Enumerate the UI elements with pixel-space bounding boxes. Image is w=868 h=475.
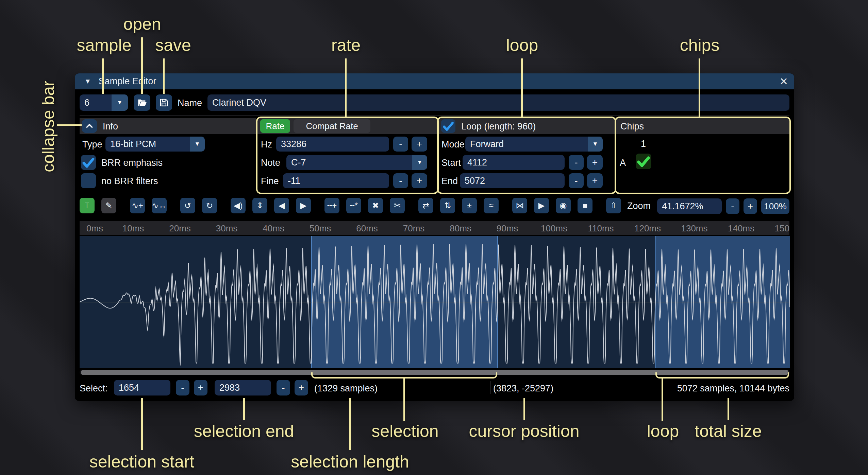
- waveform-view[interactable]: [80, 236, 790, 368]
- import-button[interactable]: ⇧: [606, 198, 621, 213]
- rate-badge[interactable]: Rate: [260, 119, 290, 133]
- no-brr-filters-checkbox[interactable]: [81, 173, 96, 188]
- sample-selector[interactable]: 6 ▼: [80, 94, 128, 111]
- undo-button[interactable]: ↺: [180, 198, 195, 213]
- timeline[interactable]: 0ms10ms20ms30ms40ms50ms60ms70ms80ms90ms1…: [80, 221, 789, 235]
- fine-minus-button[interactable]: -: [393, 173, 408, 188]
- hz-plus-button[interactable]: +: [412, 137, 427, 152]
- insert-silence-button[interactable]: ╌+: [324, 198, 339, 213]
- selection-end-minus-button[interactable]: -: [277, 380, 290, 395]
- fine-label: Fine: [261, 176, 279, 187]
- annotation-selection-length: selection length: [291, 452, 409, 472]
- window-collapse-icon[interactable]: ▼: [84, 77, 91, 85]
- zoom-out-button[interactable]: -: [726, 198, 739, 214]
- annotation-total-size: total size: [695, 421, 762, 441]
- type-select[interactable]: 16-bit PCM ▼: [105, 137, 205, 152]
- check-icon: [81, 155, 96, 170]
- normalize-button[interactable]: ⇕: [252, 198, 267, 213]
- annotation-line-cursor-position: [523, 398, 525, 420]
- no-brr-filters-label: no BRR filters: [101, 176, 158, 187]
- rate-tab-compat[interactable]: Compat Rate: [294, 119, 370, 133]
- crossfade-button[interactable]: ⋈: [512, 198, 527, 213]
- fade-in-button[interactable]: ◀: [274, 198, 289, 213]
- chevron-down-icon[interactable]: ▼: [588, 137, 603, 152]
- save-button[interactable]: [156, 94, 172, 111]
- toolbar-icon: ≈: [489, 201, 493, 210]
- open-button[interactable]: [134, 94, 150, 111]
- redo-button[interactable]: ↻: [202, 198, 217, 213]
- apply-filter-button[interactable]: ≈: [484, 198, 499, 213]
- zoom-reset-button[interactable]: 100%: [761, 198, 789, 214]
- preview-loop-button[interactable]: ◉: [556, 198, 571, 213]
- timeline-label: 130ms: [681, 223, 707, 234]
- annotation-line-loop-bottom: [662, 378, 663, 421]
- hz-minus-button[interactable]: -: [393, 137, 408, 152]
- loop-mode-select[interactable]: Forward ▼: [465, 137, 603, 152]
- zoom-input[interactable]: 41.1672%: [657, 198, 722, 214]
- loop-start-input[interactable]: 4112: [463, 155, 565, 170]
- timeline-label: 80ms: [450, 223, 471, 234]
- chevron-down-icon[interactable]: ▼: [112, 94, 128, 111]
- reverse-button[interactable]: ⇄: [418, 198, 433, 213]
- separator: [80, 116, 789, 116]
- sample-selector-value: 6: [84, 98, 89, 108]
- annotation-collapse-bar: collapse bar: [38, 81, 58, 172]
- annotation-selection-end: selection end: [194, 421, 294, 441]
- name-label: Name: [178, 98, 202, 108]
- toolbar-icon: ◀: [279, 201, 285, 210]
- waveform-canvas[interactable]: [80, 236, 790, 368]
- resample-button[interactable]: ∿↔: [152, 198, 167, 213]
- loop-start-plus-button[interactable]: +: [587, 155, 603, 170]
- draw-mode-button[interactable]: ✎: [101, 198, 116, 213]
- selection-start-value: 1654: [119, 383, 139, 393]
- name-input[interactable]: Clarinet DQV: [207, 94, 789, 111]
- info-collapse-button[interactable]: [82, 119, 97, 133]
- selection-start-input[interactable]: 1654: [114, 380, 170, 395]
- selection-start-plus-button[interactable]: +: [194, 380, 207, 395]
- stop-button[interactable]: ■: [578, 198, 592, 213]
- toolbar-icon: ⇧: [610, 201, 617, 210]
- hz-input[interactable]: 33286: [276, 137, 389, 152]
- fade-out-button[interactable]: ▶: [296, 198, 311, 213]
- select-mode-button[interactable]: ⌶: [80, 198, 95, 213]
- resize-button[interactable]: ∿+: [130, 198, 145, 213]
- selection-end-plus-button[interactable]: +: [295, 380, 308, 395]
- invert-button[interactable]: ⇅: [440, 198, 455, 213]
- titlebar[interactable]: ▼ Sample Editor: [75, 73, 794, 89]
- brr-emphasis-checkbox[interactable]: [81, 155, 96, 170]
- preview-button[interactable]: ▶: [534, 198, 549, 213]
- annotation-line-selection-length: [349, 398, 351, 450]
- loop-end-input[interactable]: 5072: [460, 173, 565, 188]
- trim-button[interactable]: ✂: [390, 198, 405, 213]
- chevron-down-icon[interactable]: ▼: [412, 155, 427, 170]
- zoom-label: Zoom: [627, 201, 651, 211]
- loop-mode-value: Forward: [470, 139, 504, 149]
- chevron-down-icon[interactable]: ▼: [190, 137, 205, 152]
- loop-panel-title: Loop (length: 960): [461, 121, 536, 132]
- loop-start-minus-button[interactable]: -: [569, 155, 584, 170]
- note-select[interactable]: C-7 ▼: [286, 155, 427, 170]
- toolbar-icon: ◀): [234, 201, 243, 210]
- note-label: Note: [261, 158, 280, 168]
- signed-unsigned-button[interactable]: ±: [462, 198, 477, 213]
- zoom-in-button[interactable]: +: [744, 198, 757, 214]
- toolbar-icon: ⋈: [516, 201, 524, 210]
- check-icon: [636, 154, 651, 169]
- chip-enable-checkbox[interactable]: [636, 154, 651, 169]
- delete-button[interactable]: ✖: [368, 198, 383, 213]
- fine-input[interactable]: -11: [283, 173, 389, 188]
- close-icon[interactable]: ✕: [780, 73, 788, 89]
- timeline-label: 70ms: [403, 223, 425, 234]
- apply-silence-button[interactable]: ╌*: [346, 198, 361, 213]
- annotation-cursor-position: cursor position: [469, 421, 579, 441]
- loop-end-minus-button[interactable]: -: [569, 173, 584, 188]
- fine-plus-button[interactable]: +: [412, 173, 427, 188]
- loop-end-plus-button[interactable]: +: [587, 173, 603, 188]
- amplify-button[interactable]: ◀): [231, 198, 246, 213]
- selection-end-input[interactable]: 2983: [215, 380, 271, 395]
- status-separator: [490, 381, 490, 394]
- loop-enable-checkbox[interactable]: [441, 119, 455, 133]
- annotation-line-selection-end: [243, 398, 245, 420]
- selection-start-minus-button[interactable]: -: [176, 380, 189, 395]
- toolbar-icon: ∿↔: [152, 201, 167, 210]
